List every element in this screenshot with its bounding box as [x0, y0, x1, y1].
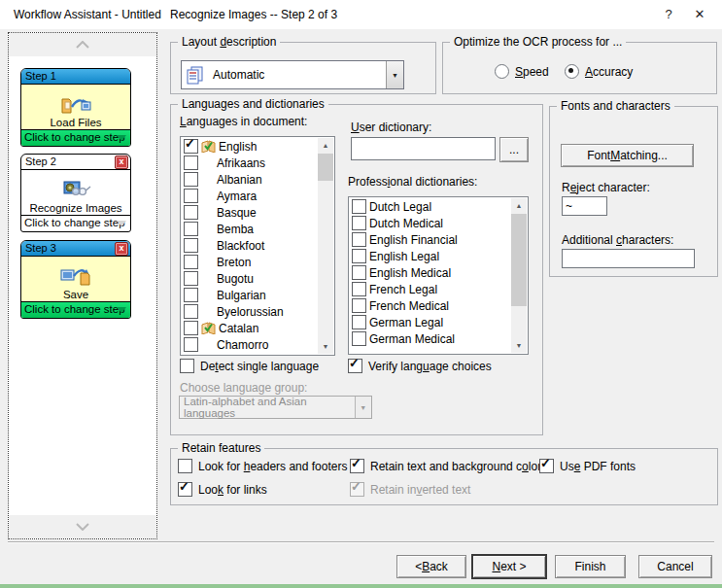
dictionary-checkbox[interactable]: ✓	[352, 282, 366, 296]
combo-arrow-button[interactable]: ▼	[386, 61, 403, 88]
step-2-close-button[interactable]: x	[115, 156, 128, 169]
languages-scrollbar[interactable]: ▲ ▼	[318, 138, 333, 354]
language-row[interactable]: ✓Afrikaans	[181, 155, 334, 171]
language-checkbox[interactable]: ✓	[184, 271, 198, 286]
language-checkbox[interactable]: ✓	[184, 156, 198, 170]
dictionary-row[interactable]: ✓English Legal	[349, 248, 528, 264]
dictionary-row[interactable]: ✓French Legal	[349, 281, 528, 297]
fonts-group: Fonts and characters Font Matching... Re…	[549, 106, 718, 277]
dictionary-row[interactable]: ✓French Medical	[349, 297, 528, 314]
language-checkbox[interactable]: ✓	[184, 222, 198, 236]
dictionary-checkbox[interactable]: ✓	[352, 265, 366, 280]
language-row[interactable]: ✓ Catalan	[181, 320, 334, 336]
step-2-change-step[interactable]: Click to change step	[21, 215, 130, 231]
scroll-thumb[interactable]	[318, 154, 333, 181]
language-row[interactable]: ✓Aymara	[181, 188, 334, 204]
language-row[interactable]: ✓Basque	[181, 204, 334, 221]
finish-button[interactable]: Finish	[555, 555, 626, 578]
language-checkbox[interactable]: ✓	[184, 139, 198, 154]
scroll-down-arrow[interactable]: ▼	[511, 338, 527, 353]
use-pdf-fonts-checkbox[interactable]: ✓ Use PDF fonts	[539, 459, 636, 473]
cancel-button[interactable]: Cancel	[638, 555, 712, 578]
dictionary-row[interactable]: ✓German Legal	[349, 314, 528, 330]
language-row[interactable]: ✓Breton	[181, 254, 334, 270]
retain-text-background-color-checkbox[interactable]: ✓ Retain text and background color	[350, 459, 541, 473]
speed-radio[interactable]: Speed	[495, 64, 549, 79]
languages-legend: Languages and dictionaries	[178, 97, 328, 111]
workflow-sidebar: Step 1 Load Files Click to change step S…	[8, 32, 157, 539]
dictionary-checkbox[interactable]: ✓	[352, 216, 366, 230]
additional-characters-input[interactable]	[562, 249, 695, 268]
language-checkbox[interactable]: ✓	[184, 321, 198, 335]
layout-description-combo[interactable]: Automatic ▼	[181, 60, 404, 89]
dictionary-name: German Medical	[369, 332, 455, 346]
dictionary-checkbox[interactable]: ✓	[352, 249, 366, 263]
accuracy-radio[interactable]: Accuracy	[565, 64, 633, 79]
reject-character-input[interactable]: ~	[562, 196, 607, 216]
professional-dictionaries-listbox[interactable]: ✓Dutch Legal ✓Dutch Medical ✓English Fin…	[348, 196, 529, 355]
language-checkbox[interactable]: ✓	[184, 238, 198, 253]
dictionary-checkbox[interactable]: ✓	[352, 199, 366, 214]
dictionary-row[interactable]: ✓Dutch Legal	[349, 198, 528, 215]
language-row[interactable]: ✓Blackfoot	[181, 237, 334, 254]
language-checkbox[interactable]: ✓	[184, 288, 198, 302]
language-row[interactable]: ✓ English	[181, 138, 334, 155]
dictionary-name: French Medical	[369, 299, 449, 313]
dictionary-checkbox[interactable]: ✓	[352, 315, 366, 329]
user-dictionary-input[interactable]	[351, 137, 496, 160]
scroll-up-arrow[interactable]: ▲	[511, 198, 527, 213]
scroll-down-button[interactable]	[9, 515, 156, 538]
languages-listbox[interactable]: ✓ English ✓Afrikaans ✓Albanian ✓Aymara ✓…	[180, 136, 335, 356]
language-checkbox[interactable]: ✓	[184, 172, 198, 187]
next-button[interactable]: Next >	[472, 555, 546, 578]
language-checkbox[interactable]: ✓	[184, 189, 198, 203]
scroll-up-arrow[interactable]: ▲	[318, 138, 333, 153]
language-row[interactable]: ✓Bemba	[181, 221, 334, 237]
chevron-down-icon	[117, 221, 126, 226]
step-3-change-step[interactable]: Click to change step	[21, 301, 130, 318]
step-1-change-step[interactable]: Click to change step	[21, 129, 130, 146]
scroll-thumb[interactable]	[511, 214, 527, 306]
close-button[interactable]: ✕	[684, 0, 715, 29]
language-name: Bugotu	[217, 272, 254, 286]
dictionary-row[interactable]: ✓English Financial	[349, 231, 528, 248]
step-3-close-button[interactable]: x	[115, 242, 128, 256]
scroll-down-arrow[interactable]: ▼	[318, 339, 333, 354]
look-for-links-checkbox[interactable]: ✓ Look for links	[178, 482, 267, 497]
language-checkbox[interactable]: ✓	[184, 337, 198, 352]
language-checkbox[interactable]: ✓	[184, 205, 198, 220]
dictionaries-scrollbar[interactable]: ▲ ▼	[511, 198, 527, 353]
language-checkbox[interactable]: ✓	[184, 255, 198, 269]
font-matching-button[interactable]: Font Matching...	[561, 144, 694, 167]
dictionary-row[interactable]: ✓Dutch Medical	[349, 215, 528, 231]
verify-language-choices-checkbox[interactable]: ✓ Verify language choices	[348, 359, 492, 373]
look-for-headers-checkbox[interactable]: ✓ Look for headers and footers	[178, 459, 347, 473]
help-button[interactable]: ?	[653, 0, 684, 29]
step-1-header: Step 1	[21, 69, 130, 85]
step-card-3[interactable]: Step 3 x Save Click to change step	[20, 240, 131, 319]
dictionary-row[interactable]: ✓English Medical	[349, 264, 528, 281]
language-row[interactable]: ✓Byelorussian	[181, 303, 334, 320]
language-row[interactable]: ✓Albanian	[181, 171, 334, 188]
dictionary-checkbox[interactable]: ✓	[352, 232, 366, 247]
step-card-2[interactable]: Step 2 x Recognize Images Click to chang…	[20, 154, 131, 232]
detect-single-language-checkbox[interactable]: ✓ Detect single language	[180, 359, 319, 373]
scroll-up-button[interactable]	[9, 33, 156, 56]
browse-button[interactable]: ...	[499, 137, 529, 162]
language-checkbox[interactable]: ✓	[184, 304, 198, 319]
chevron-down-icon	[117, 135, 126, 141]
dictionary-name: English Medical	[369, 266, 451, 280]
dictionary-checkbox[interactable]: ✓	[352, 298, 366, 313]
language-row[interactable]: ✓Bugotu	[181, 270, 334, 287]
step-card-1[interactable]: Step 1 Load Files Click to change step	[20, 68, 131, 147]
language-row[interactable]: ✓Bulgarian	[181, 287, 334, 303]
language-name: Aymara	[217, 190, 257, 203]
languages-list-label: Languages in document:	[180, 115, 307, 128]
dictionary-checkbox[interactable]: ✓	[352, 331, 366, 346]
language-row[interactable]: ✓Chamorro	[181, 336, 334, 353]
dictionary-row[interactable]: ✓German Medical	[349, 330, 528, 347]
language-name: Byelorussian	[217, 305, 284, 319]
dictionary-name: English Financial	[369, 233, 458, 247]
step-3-header: Step 3 x	[21, 241, 130, 257]
back-button[interactable]: < Back	[396, 555, 466, 578]
